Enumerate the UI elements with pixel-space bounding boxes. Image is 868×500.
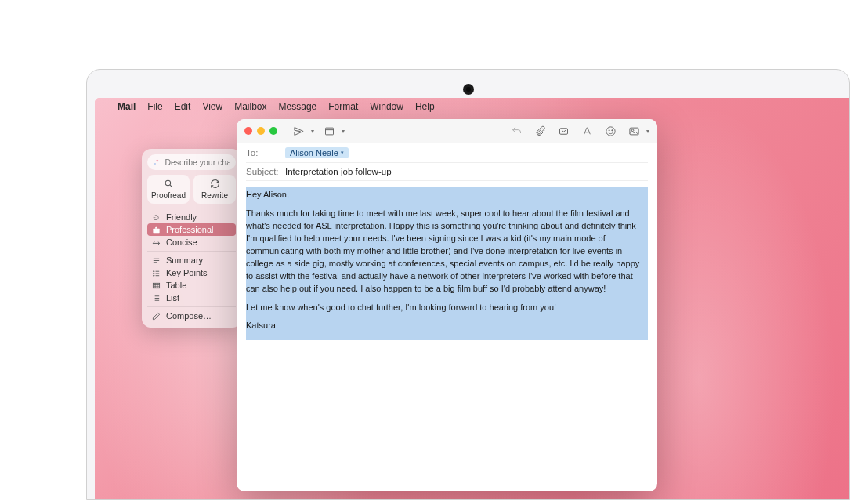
compose-window: ▾ ▾ — [237, 119, 657, 491]
describe-change-field[interactable] — [165, 158, 230, 167]
svg-rect-3 — [153, 228, 159, 233]
proofread-label: Proofread — [151, 191, 186, 200]
close-button[interactable] — [244, 127, 252, 135]
concise-icon — [151, 238, 161, 247]
edit-menu[interactable]: Edit — [175, 101, 191, 112]
keypoints-icon — [151, 269, 161, 277]
attach-button[interactable] — [532, 124, 548, 139]
svg-point-27 — [606, 126, 615, 135]
writing-tools-panel: Proofread Rewrite ☺ Friendly — [142, 149, 241, 328]
svg-line-2 — [170, 185, 172, 187]
to-label: To: — [246, 148, 279, 158]
svg-point-0 — [154, 164, 156, 165]
separator — [147, 251, 236, 252]
tone-concise[interactable]: Concise — [147, 236, 236, 248]
subject-row: Subject: Interpretation job follow-up — [246, 163, 648, 181]
header-fields-button[interactable] — [321, 124, 338, 139]
menubar: Mail File Edit View Mailbox Message Form… — [95, 98, 849, 115]
photo-button[interactable] — [626, 124, 642, 139]
help-menu[interactable]: Help — [415, 101, 435, 112]
compose-option[interactable]: Compose… — [147, 310, 236, 322]
message-body[interactable]: Hey Alison, Thanks much for taking time … — [237, 181, 657, 491]
compose-headers: To: Alison Neale Subject: Interpretation… — [237, 143, 657, 181]
separator — [147, 306, 236, 307]
svg-point-29 — [612, 129, 613, 130]
subject-input[interactable]: Interpretation job follow-up — [285, 167, 392, 176]
rewrite-label: Rewrite — [201, 191, 228, 200]
pencil-icon — [151, 312, 161, 321]
svg-rect-24 — [326, 128, 334, 135]
format-label: Table — [166, 281, 186, 290]
svg-point-7 — [153, 270, 154, 271]
app-menu[interactable]: Mail — [118, 101, 136, 112]
closing-paragraph: Let me know when's good to chat further,… — [246, 302, 648, 314]
svg-point-9 — [153, 273, 154, 274]
reply-button[interactable] — [508, 124, 525, 139]
greeting: Hey Alison, — [246, 189, 648, 201]
rewrite-button[interactable]: Rewrite — [193, 175, 236, 204]
format-summary[interactable]: Summary — [147, 254, 236, 266]
camera — [463, 84, 474, 95]
chevron-down-icon[interactable]: ▾ — [646, 128, 649, 135]
compose-toolbar: ▾ ▾ — [237, 119, 657, 143]
link-button[interactable] — [555, 124, 572, 139]
smile-icon: ☺ — [151, 212, 161, 222]
maximize-button[interactable] — [269, 127, 277, 135]
sparkle-icon — [154, 158, 161, 167]
emoji-button[interactable] — [602, 124, 619, 139]
svg-point-11 — [153, 275, 154, 276]
table-icon — [151, 281, 161, 290]
format-label: Summary — [166, 255, 203, 265]
view-menu[interactable]: View — [202, 101, 222, 112]
magnify-icon — [164, 179, 174, 189]
tone-label: Professional — [166, 225, 214, 234]
proofread-button[interactable]: Proofread — [147, 175, 190, 204]
body-paragraph: Thanks much for taking time to meet with… — [246, 208, 648, 295]
minimize-button[interactable] — [257, 127, 265, 135]
format-keypoints[interactable]: Key Points — [147, 266, 236, 279]
tone-professional[interactable]: Professional — [147, 223, 236, 236]
message-menu[interactable]: Message — [279, 101, 317, 112]
format-list[interactable]: List — [147, 292, 236, 304]
format-menu[interactable]: Format — [328, 101, 358, 112]
selected-text: Hey Alison, Thanks much for taking time … — [246, 187, 648, 340]
signature: Katsura — [246, 320, 648, 332]
compose-label: Compose… — [166, 311, 212, 321]
file-menu[interactable]: File — [147, 101, 162, 112]
chevron-down-icon[interactable]: ▾ — [311, 128, 314, 135]
mailbox-menu[interactable]: Mailbox — [234, 101, 266, 112]
briefcase-icon — [151, 226, 161, 234]
svg-point-1 — [165, 180, 171, 186]
describe-change-input[interactable] — [147, 154, 236, 170]
format-label: Key Points — [166, 268, 208, 277]
chevron-down-icon[interactable]: ▾ — [342, 128, 345, 135]
window-controls — [244, 127, 277, 135]
format-table[interactable]: Table — [147, 279, 236, 292]
svg-rect-13 — [153, 283, 159, 288]
send-button[interactable] — [291, 124, 307, 139]
format-label: List — [166, 293, 179, 303]
format-button[interactable] — [579, 124, 595, 139]
rewrite-icon — [210, 179, 220, 189]
summary-icon — [151, 256, 161, 265]
subject-label: Subject: — [246, 167, 279, 176]
svg-point-28 — [609, 129, 609, 130]
to-row: To: Alison Neale — [246, 143, 648, 163]
window-menu[interactable]: Window — [370, 101, 403, 112]
tone-label: Concise — [166, 237, 197, 247]
tone-friendly[interactable]: ☺ Friendly — [147, 211, 236, 223]
recipient-chip[interactable]: Alison Neale — [285, 147, 349, 158]
list-icon — [151, 294, 161, 303]
tone-label: Friendly — [166, 212, 197, 222]
